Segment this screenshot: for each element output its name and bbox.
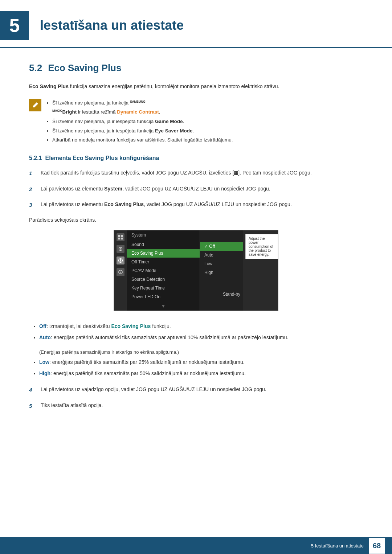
submenu-item-off[interactable]: ✓ Off [200, 242, 243, 251]
svg-rect-0 [118, 235, 120, 237]
sidebar-icon-3-active [117, 257, 124, 264]
section-description: Eco Saving Plus funkcija samazina enerģi… [29, 82, 363, 91]
high-label: High [39, 370, 50, 376]
svg-rect-1 [121, 235, 122, 237]
options-list: Off: izmantojiet, lai deaktivizētu Eco S… [29, 322, 363, 342]
footer-text: 5 Iestatīšana un atiestate [311, 543, 364, 549]
step-2: 2 Lai pārvietotos uz elementu System, va… [29, 185, 363, 194]
steps-list: 1 Kad tiek parādīts funkcijas taustiņu c… [29, 169, 363, 210]
low-label: Low [39, 359, 49, 365]
screen-appears-text: Parādīsies sekojošais ekrāns. [29, 217, 363, 223]
svg-rect-3 [121, 237, 122, 239]
menu-item-power-led-on[interactable]: Power LED On [127, 292, 200, 301]
option-off: Off: izmantojiet, lai deaktivizētu Eco S… [39, 322, 363, 331]
section-title: Eco Saving Plus [48, 62, 121, 74]
step-5: 5 Tiks iestatīta atlasītā opcija. [29, 401, 363, 411]
submenu-item-auto[interactable]: Auto [200, 251, 243, 259]
menu-scroll-indicator: ▼ [127, 301, 200, 311]
auto-label: Auto [39, 335, 51, 340]
sidebar-icon-1 [117, 233, 124, 241]
section-number: 5.2 [29, 62, 42, 74]
auto-subnote: (Enerģijas patēriņa samazinājums ir atka… [29, 349, 363, 355]
menu-main: System Sound Eco Saving Plus Off Timer P… [127, 230, 200, 311]
options-list-2: Low: enerģijas patēriņš tiks samazināts … [29, 358, 363, 378]
note-box: Šī izvēlne nav pieejama, ja funkcija SAM… [29, 98, 363, 145]
description-rest: funkcija samazina enerģijas patēriņu, ko… [69, 83, 279, 89]
menu-sidebar: i [114, 230, 127, 311]
eco-saving-plus-term: Eco Saving Plus [29, 83, 69, 89]
menu-screenshot: i System Sound Eco Saving Plus Off Timer… [114, 230, 278, 311]
submenu-item-high[interactable]: High [200, 268, 243, 277]
sidebar-icon-2 [117, 245, 124, 253]
chapter-header: 5 Iestatīšana un atiestate [0, 0, 392, 48]
pencil-icon [32, 102, 39, 109]
subsection-heading: 5.2.1 Elementa Eco Saving Plus konfigurē… [29, 155, 363, 161]
step-3: 3 Lai pārvietotos uz elementu Eco Saving… [29, 200, 363, 210]
option-low: Low: enerģijas patēriņš tiks samazināts … [39, 358, 363, 367]
menu-item-eco-saving-plus[interactable]: Eco Saving Plus [127, 249, 200, 258]
chapter-title: Iestatīšana un atiestate [40, 18, 184, 33]
submenu-item-standby[interactable]: Stand-by [200, 290, 243, 299]
sidebar-icon-4: i [117, 268, 124, 276]
svg-rect-7 [120, 261, 121, 262]
steps-list-2: 4 Lai pārvietotos uz vajadzīgo opciju, v… [29, 385, 363, 410]
option-auto: Auto: enerģijas patēriņš automātiski tik… [39, 333, 363, 342]
grid-icon: ▦ [234, 170, 238, 176]
note-list: Šī izvēlne nav pieejama, ja funkcija SAM… [46, 98, 233, 145]
menu-items-list: Sound Eco Saving Plus Off Timer PC/AV Mo… [127, 240, 200, 311]
menu-submenu: ✓ Off Auto Low High Stand-by [200, 230, 243, 311]
note-item-3: Šī izvēlne nav pieejama, ja ir iespējota… [52, 126, 233, 136]
menu-screenshot-wrapper: i System Sound Eco Saving Plus Off Timer… [29, 230, 363, 311]
chapter-number: 5 [0, 11, 29, 40]
eco-saving-plus-ref1: Eco Saving Plus [111, 323, 151, 329]
step-1: 1 Kad tiek parādīts funkcijas taustiņu c… [29, 169, 363, 178]
note-item-1: Šī izvēlne nav pieejama, ja funkcija SAM… [52, 98, 233, 117]
menu-item-pcav-mode[interactable]: PC/AV Mode [127, 266, 200, 275]
note-item-2: Šī izvēlne nav pieejama, ja ir iespējota… [52, 117, 233, 126]
tooltip-box: Adjust the power consumption of the prod… [245, 234, 278, 259]
svg-rect-2 [118, 237, 120, 239]
note-item-4: Atkarībā no modeļa monitora funkcijas va… [52, 135, 233, 145]
page-footer: 5 Iestatīšana un atiestate 68 [0, 537, 392, 554]
note-icon [29, 99, 41, 111]
menu-item-key-repeat-time[interactable]: Key Repeat Time [127, 284, 200, 292]
main-content: 5.2 Eco Saving Plus Eco Saving Plus funk… [0, 62, 392, 410]
page-number: 68 [369, 538, 385, 554]
svg-text:i: i [120, 270, 121, 274]
off-label: Off [39, 323, 46, 329]
menu-header-label: System [127, 230, 200, 240]
option-high: High: enerģijas patēriņš tiks samazināts… [39, 369, 363, 378]
menu-item-off-timer[interactable]: Off Timer [127, 258, 200, 266]
svg-point-5 [120, 248, 121, 250]
menu-item-sound[interactable]: Sound [127, 240, 200, 249]
menu-item-source-detection[interactable]: Source Detection [127, 275, 200, 284]
submenu-item-low[interactable]: Low [200, 259, 243, 268]
section-heading: 5.2 Eco Saving Plus [29, 62, 363, 74]
step-4: 4 Lai pārvietotos uz vajadzīgo opciju, v… [29, 385, 363, 395]
